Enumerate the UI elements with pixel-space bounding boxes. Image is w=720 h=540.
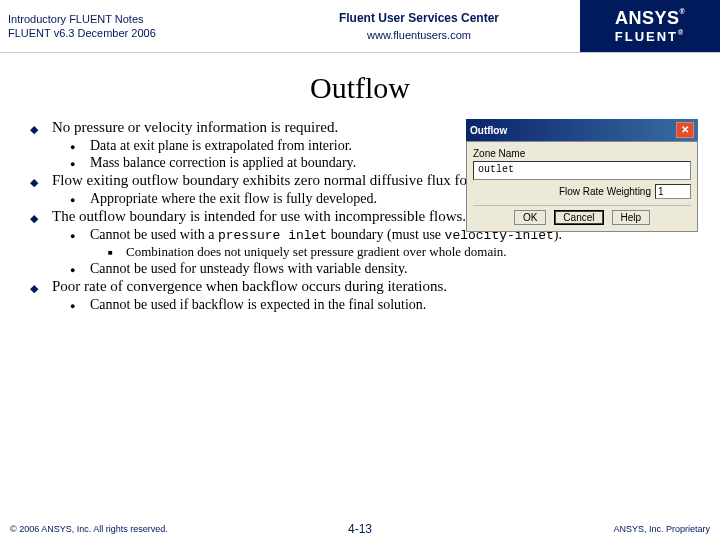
logo-block: ANSYS® FLUENT® (580, 0, 720, 52)
header-left: Introductory FLUENT Notes FLUENT v6.3 De… (0, 12, 258, 41)
diamond-bullet-icon: ◆ (30, 278, 52, 295)
dot-bullet-icon: ● (70, 227, 90, 243)
header-bar: Introductory FLUENT Notes FLUENT v6.3 De… (0, 0, 720, 53)
bullet-3b: Cannot be used for unsteady flows with v… (90, 261, 698, 277)
flow-rate-input[interactable]: 1 (655, 184, 691, 199)
dialog-titlebar: Outflow ✕ (466, 119, 698, 141)
copyright-text: © 2006 ANSYS, Inc. All rights reserved. (10, 524, 168, 534)
bullet-4a: Cannot be used if backflow is expected i… (90, 297, 698, 313)
dot-bullet-icon: ● (70, 138, 90, 154)
dot-bullet-icon: ● (70, 261, 90, 277)
dot-bullet-icon: ● (70, 191, 90, 207)
footer-bar: © 2006 ANSYS, Inc. All rights reserved. … (0, 518, 720, 540)
bullet-3a1: Combination does not uniquely set pressu… (126, 244, 698, 260)
service-center-url: www.fluentusers.com (258, 29, 580, 41)
slide-title: Outflow (0, 71, 720, 105)
service-center-title: Fluent User Services Center (258, 11, 580, 25)
outflow-dialog: Outflow ✕ Zone Name outlet Flow Rate Wei… (466, 119, 698, 232)
diamond-bullet-icon: ◆ (30, 172, 52, 189)
course-version: FLUENT v6.3 December 2006 (8, 26, 258, 40)
zone-name-label: Zone Name (473, 148, 691, 159)
dialog-body: Zone Name outlet Flow Rate Weighting 1 O… (466, 141, 698, 232)
diamond-bullet-icon: ◆ (30, 208, 52, 225)
diamond-bullet-icon: ◆ (30, 119, 52, 136)
close-icon[interactable]: ✕ (676, 122, 694, 138)
ok-button[interactable]: OK (514, 210, 546, 225)
proprietary-text: ANSYS, Inc. Proprietary (613, 524, 710, 534)
zone-name-input[interactable]: outlet (473, 161, 691, 180)
course-title: Introductory FLUENT Notes (8, 12, 258, 26)
logo-ansys: ANSYS® (615, 8, 685, 29)
square-bullet-icon: ■ (108, 244, 126, 260)
flow-rate-label: Flow Rate Weighting (559, 186, 651, 197)
slide-content: Outflow ✕ Zone Name outlet Flow Rate Wei… (0, 119, 720, 313)
logo-fluent: FLUENT® (615, 29, 685, 44)
help-button[interactable]: Help (612, 210, 651, 225)
page-number: 4-13 (348, 522, 372, 536)
dot-bullet-icon: ● (70, 297, 90, 313)
dot-bullet-icon: ● (70, 155, 90, 171)
cancel-button[interactable]: Cancel (554, 210, 603, 225)
header-center: Fluent User Services Center www.fluentus… (258, 11, 580, 41)
dialog-title: Outflow (470, 125, 507, 136)
bullet-4: Poor rate of convergence when backflow o… (52, 278, 698, 295)
